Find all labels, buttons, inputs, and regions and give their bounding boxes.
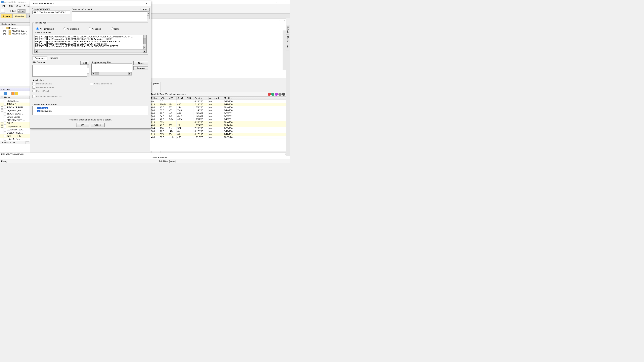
collapse-icon[interactable]: − [0, 27, 3, 29]
tab-timeline[interactable]: Timeline [48, 56, 60, 60]
tab-comments[interactable]: Comments [32, 56, 48, 60]
prev-icon[interactable]: ◁ [279, 19, 282, 22]
dock-web[interactable]: Web [286, 44, 289, 51]
toolbar-button[interactable] [8, 92, 11, 95]
checkbox[interactable] [1, 100, 3, 102]
expand-icon[interactable]: + [34, 107, 36, 109]
tree-root[interactable]: − Evidence [0, 27, 29, 30]
cancel-button[interactable]: Cancel [91, 123, 104, 127]
tree-child[interactable]: + M29962-0027... [0, 30, 29, 32]
list-item[interactable]: BLACK SWAN ... [0, 112, 30, 115]
col-modified[interactable]: Modified [223, 96, 237, 100]
checkbox[interactable] [1, 103, 3, 105]
dock-default[interactable]: Default [286, 25, 289, 35]
viewer-scrollbar[interactable] [282, 30, 286, 70]
scroll-thumb[interactable] [144, 38, 146, 44]
scroll-left-icon[interactable]: ◀ [92, 72, 95, 75]
grid-body[interactable]: n/a0 B8/28/200...n/a8/28/200...819...286… [150, 100, 286, 139]
spin-down-icon[interactable]: ▼ [147, 15, 150, 19]
scroll-right-icon[interactable]: ▶ [128, 72, 132, 75]
tab-overview[interactable]: Overview [13, 14, 26, 18]
list-item[interactable]: Letter To New ... [0, 138, 30, 141]
list-item[interactable]: ME [FAT16]\[root]\Desktopitems2.19.02\MI… [35, 42, 146, 45]
scroll-up-icon[interactable]: ▲ [144, 35, 146, 38]
supp-files-list[interactable]: ◀ ▶ [92, 64, 132, 76]
list-item[interactable]: ME [FAT16]\[root]\Desktopitems2.19.02\MI… [35, 45, 146, 48]
table-row[interactable]: 40.0...33.0...cbe6...e58...10/15/20...n/… [150, 136, 286, 139]
col-md5[interactable]: MD5 [168, 96, 177, 100]
col-created[interactable]: Created [194, 96, 208, 100]
checkbox[interactable] [1, 119, 3, 121]
table-row[interactable]: 78.0...76.5...c41c...8bc...3/17/200...n/… [150, 130, 286, 133]
col-sha2[interactable]: SHA... [186, 96, 194, 100]
files-listbox[interactable]: ME [FAT16]\[root]\Desktopitems2.19.02\MI… [34, 35, 146, 53]
close-button[interactable]: ✕ [281, 0, 290, 4]
horizontal-scrollbar[interactable]: ◀ ▶ [34, 50, 146, 52]
checkbox[interactable] [1, 106, 3, 108]
horizontal-scrollbar[interactable]: ◀ ▶ [92, 72, 132, 75]
chk-email-attachments[interactable]: Email Attachments [32, 86, 54, 88]
name-column[interactable]: Name [4, 96, 27, 99]
dialog-close-button[interactable]: ✕ [144, 2, 149, 6]
check-column[interactable]: ☑ [0, 96, 4, 99]
remove-button[interactable]: Remove [134, 66, 148, 70]
expand-icon[interactable]: + [34, 110, 36, 112]
menu-edit[interactable]: Edit [8, 4, 14, 8]
checkbox[interactable] [3, 27, 6, 29]
grid-action-icon[interactable] [268, 92, 271, 96]
grid-action-icon[interactable] [275, 92, 278, 96]
list-item[interactable]: 'RACIAL' PROFI... [0, 106, 30, 109]
checkbox[interactable] [1, 135, 3, 137]
table-row[interactable]: 48.0...42.5...7a9c...a5fb...12/31/20...n… [150, 118, 286, 121]
chk-parent-index[interactable]: Parent index.dat [32, 82, 54, 85]
col-sha1[interactable]: SHA1 [177, 96, 186, 100]
tab-explore[interactable]: Explore [1, 14, 12, 18]
vertical-scrollbar[interactable]: ▲ ▼ [143, 35, 146, 50]
tree-child[interactable]: + M29962-0030... [0, 32, 29, 35]
selection-in-file-input[interactable] [32, 98, 148, 101]
spin-up-icon[interactable]: ▲ [86, 65, 90, 68]
menu-view[interactable]: View [14, 4, 22, 8]
attach-button[interactable]: Attach [134, 61, 148, 65]
grid-delete-icon[interactable] [278, 92, 282, 96]
scroll-down-icon[interactable]: ▼ [144, 46, 146, 50]
list-item[interactable]: ME [FAT16]\[root]\Desktopitems2.19.02\MI… [35, 40, 146, 42]
checkbox[interactable] [1, 126, 3, 128]
ok-button[interactable]: OK [76, 123, 89, 127]
edit-icon[interactable] [4, 92, 7, 95]
list-item[interactable]: CRUZ [0, 122, 30, 125]
list-item[interactable]: ME [FAT16]\[root]\Desktopitems2.19.02\MI… [35, 36, 146, 38]
checkbox[interactable] [1, 122, 3, 124]
minimize-button[interactable]: — [263, 0, 272, 4]
spin-down-icon[interactable]: ▼ [86, 74, 90, 77]
checkbox[interactable] [1, 110, 3, 112]
filter-select[interactable]: Actual [18, 9, 26, 12]
toolbar-button[interactable] [0, 92, 4, 95]
bookmark-name-input[interactable] [32, 10, 70, 14]
checkbox[interactable] [1, 116, 3, 118]
edit-comment-button[interactable]: Edit [140, 8, 150, 11]
expand-icon[interactable]: + [4, 33, 6, 35]
list-item[interactable]: ME [FAT16]\[root]\Desktopitems2.19.02\MI… [35, 38, 146, 40]
chk-parent-email[interactable]: Parent Email [32, 90, 54, 92]
list-item[interactable]: BROOKMEYER ... [0, 118, 30, 122]
checkbox[interactable] [1, 132, 3, 134]
parent-shared[interactable]: + Shared [33, 107, 148, 110]
table-row[interactable]: 56.0...54.0...3e0...dbcf...1/3/2002 ...n… [150, 115, 286, 118]
dock-media[interactable]: Media [286, 35, 289, 44]
checkbox[interactable] [1, 129, 3, 131]
spin-up-icon[interactable]: ▲ [147, 11, 150, 15]
list-item[interactable]: Argentina _KR... [0, 109, 30, 112]
scroll-right-icon[interactable]: ▶ [143, 50, 146, 52]
scroll-thumb[interactable] [95, 72, 99, 75]
list-item[interactable]: ☐Move&R... [0, 99, 30, 102]
col-psize[interactable]: P-Size [150, 96, 159, 100]
scroll-left-icon[interactable]: ◀ [34, 50, 38, 52]
checkbox[interactable] [6, 30, 8, 32]
expand-icon[interactable]: + [4, 30, 6, 32]
list-item[interactable]: EX-NYMPH JO... [0, 128, 30, 131]
radio-all-checked[interactable]: All Checked [64, 28, 79, 30]
maximize-button[interactable]: ☐ [272, 0, 281, 4]
file-comment-input[interactable] [32, 65, 90, 77]
parent-fred[interactable]: + FRED\foren [33, 110, 148, 112]
